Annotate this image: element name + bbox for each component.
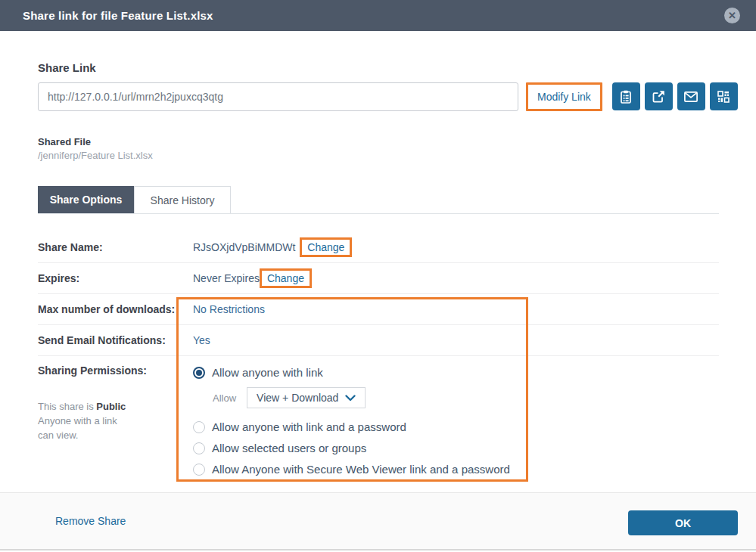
change-share-name-link[interactable]: Change (300, 237, 352, 257)
sharing-permissions-row: Sharing Permissions: This share is Publi… (38, 356, 719, 484)
qr-code-button[interactable] (710, 82, 738, 110)
clipboard-icon (620, 90, 632, 104)
radio-unselected-icon[interactable] (193, 464, 205, 476)
qr-code-icon (717, 91, 730, 103)
allow-permission-selected-value: View + Download (257, 392, 338, 404)
expires-row: Expires: Never Expires Change (38, 263, 719, 294)
radio-allow-selected-users[interactable]: Allow selected users or groups (193, 442, 510, 454)
dialog-title: Share link for file Feature List.xlsx (23, 9, 213, 22)
expires-label: Expires: (38, 272, 193, 284)
share-link-section-label: Share Link (38, 61, 96, 74)
dialog-footer: Remove Share OK (0, 492, 756, 550)
ok-button[interactable]: OK (628, 510, 738, 535)
max-downloads-value[interactable]: No Restrictions (193, 303, 265, 315)
open-link-button[interactable] (645, 82, 673, 110)
allow-label: Allow (213, 392, 236, 404)
sharing-permissions-label: Sharing Permissions: (38, 364, 193, 377)
shared-file-label: Shared File (38, 136, 91, 147)
share-name-label: Share Name: (38, 241, 193, 253)
share-name-value: RJsOXjdVpBiMMDWt (193, 241, 295, 253)
radio-allow-anyone-with-link[interactable]: Allow anyone with link (193, 366, 510, 379)
max-downloads-row: Max number of downloads: No Restrictions (38, 294, 719, 325)
email-link-button[interactable] (677, 82, 705, 110)
radio-unselected-icon[interactable] (193, 421, 205, 433)
radio-allow-link-and-password[interactable]: Allow anyone with link and a password (193, 420, 510, 433)
share-options-panel: Share Name: RJsOXjdVpBiMMDWt Change Expi… (38, 232, 719, 484)
email-notifications-row: Send Email Notifications: Yes (38, 325, 719, 356)
share-link-row: Modify Link (38, 82, 738, 111)
copy-to-clipboard-button[interactable] (612, 82, 640, 110)
close-icon[interactable]: ✕ (724, 8, 740, 23)
tab-bar: Share Options Share History (38, 186, 719, 214)
max-downloads-label: Max number of downloads: (38, 303, 193, 315)
share-status-note: This share is Public Anyone with a link … (38, 399, 193, 442)
external-link-icon (652, 90, 665, 103)
link-action-buttons (612, 82, 738, 110)
share-status-visibility: Public (96, 401, 126, 412)
radio-unselected-icon[interactable] (193, 442, 205, 454)
email-notifications-label: Send Email Notifications: (38, 334, 193, 346)
allow-permission-row: Allow View + Download (213, 387, 510, 408)
share-name-row: Share Name: RJsOXjdVpBiMMDWt Change (38, 232, 719, 263)
dialog-header: Share link for file Feature List.xlsx ✕ (0, 0, 756, 31)
tab-share-history[interactable]: Share History (134, 186, 231, 213)
modify-link-button[interactable]: Modify Link (526, 82, 602, 111)
radio-allow-secure-web-viewer[interactable]: Allow Anyone with Secure Web Viewer link… (193, 463, 510, 476)
allow-permission-dropdown[interactable]: View + Download (247, 387, 366, 408)
permission-options: Allow anyone with link Allow View + Down… (193, 364, 510, 484)
change-expires-link[interactable]: Change (260, 268, 312, 288)
share-url-input[interactable] (38, 82, 518, 111)
remove-share-link[interactable]: Remove Share (55, 515, 126, 527)
chevron-down-icon (345, 392, 356, 404)
expires-value: Never Expires (193, 272, 260, 284)
share-link-dialog: Share link for file Feature List.xlsx ✕ … (0, 0, 756, 552)
tab-share-options[interactable]: Share Options (38, 186, 134, 213)
envelope-icon (684, 91, 698, 102)
radio-selected-icon[interactable] (193, 367, 205, 379)
email-notifications-value[interactable]: Yes (193, 334, 210, 346)
shared-file-path: /jenniferp/Feature List.xlsx (38, 150, 153, 161)
